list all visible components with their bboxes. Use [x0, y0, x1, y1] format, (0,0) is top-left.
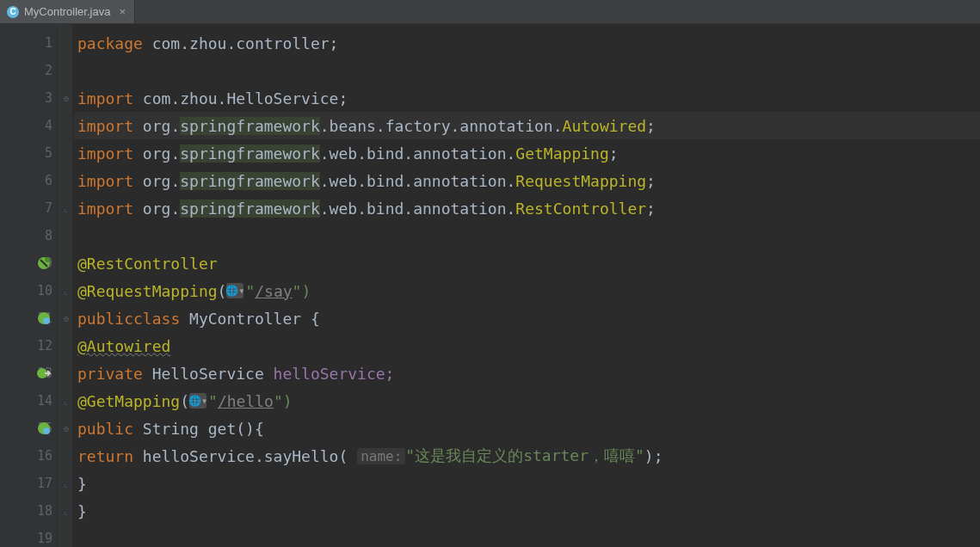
line-number: 1: [0, 29, 59, 57]
line-number: 17: [0, 470, 59, 497]
tab-filename: MyController.java: [24, 5, 110, 18]
fold-end-icon: ⌞: [60, 497, 72, 525]
code-area[interactable]: package com.zhou.controller; import com.…: [72, 24, 980, 547]
code-line[interactable]: @GetMapping(🌐▾"/hello"): [74, 387, 980, 415]
code-line[interactable]: import org.springframework.web.bind.anno…: [74, 194, 980, 222]
line-number: 14: [0, 387, 59, 415]
code-line[interactable]: @Autowired: [74, 332, 980, 360]
code-line[interactable]: [74, 57, 980, 84]
svg-point-6: [43, 427, 50, 434]
line-number: 16: [0, 442, 59, 470]
fold-end-icon: ⌞: [60, 470, 72, 497]
close-icon[interactable]: ×: [119, 5, 126, 18]
svg-point-3: [43, 317, 50, 324]
line-number: 15: [0, 415, 59, 442]
code-line[interactable]: [74, 222, 980, 249]
line-number: 7: [0, 194, 59, 222]
code-line[interactable]: import org.springframework.web.bind.anno…: [74, 139, 980, 167]
line-number: 19: [0, 525, 59, 547]
line-number: 6: [0, 167, 59, 194]
globe-icon[interactable]: 🌐▾: [189, 393, 206, 409]
line-number: 11: [0, 304, 59, 332]
code-line[interactable]: }: [74, 470, 980, 497]
code-line[interactable]: import com.zhou.HelloService;: [74, 84, 980, 112]
code-line[interactable]: @RequestMapping(🌐▾"/say"): [74, 277, 980, 304]
line-number: 9: [0, 249, 59, 277]
navigate-icon[interactable]: [36, 366, 52, 381]
parameter-hint: name:: [357, 448, 405, 464]
line-number: 8: [0, 222, 59, 249]
line-number: 3: [0, 84, 59, 112]
fold-toggle-icon[interactable]: ⊖: [60, 415, 72, 442]
spring-component-icon: [36, 255, 52, 271]
code-line[interactable]: private HelloService helloService;: [74, 360, 980, 387]
fold-end-icon: ⌞: [60, 194, 72, 222]
fold-end-icon: ⌞: [60, 387, 72, 415]
code-line-current[interactable]: import org.springframework.beans.factory…: [74, 112, 980, 139]
fold-toggle-icon[interactable]: ⊖: [60, 304, 72, 332]
line-number-gutter: 1 2 3 4 5 6 7 8 9 10 11 12 13 14 15 16 1…: [0, 24, 60, 547]
code-line[interactable]: }: [74, 497, 980, 525]
file-tab[interactable]: C MyController.java ×: [0, 0, 135, 23]
fold-toggle-icon[interactable]: ⊖: [60, 84, 72, 112]
line-number: 13: [0, 360, 59, 387]
spring-bean-icon: [36, 310, 52, 326]
code-line[interactable]: import org.springframework.web.bind.anno…: [74, 167, 980, 194]
fold-gutter: ⊖ ⌞ ⌞ ⊖ ⌞ ⊖ ⌞ ⌞: [60, 24, 72, 547]
globe-icon[interactable]: 🌐▾: [226, 283, 243, 298]
line-number: 2: [0, 57, 59, 84]
code-line[interactable]: @RestController: [74, 249, 980, 277]
editor: 1 2 3 4 5 6 7 8 9 10 11 12 13 14 15 16 1…: [0, 24, 980, 547]
line-number: 4: [0, 112, 59, 139]
line-number: 18: [0, 497, 59, 525]
code-line[interactable]: return helloService.sayHello( name: "这是我…: [74, 442, 980, 470]
code-line[interactable]: [74, 525, 980, 547]
fold-end-icon: ⌞: [60, 277, 72, 304]
svg-point-1: [45, 257, 50, 262]
code-line[interactable]: public class MyController {: [74, 304, 980, 332]
code-line[interactable]: public String get(){: [74, 415, 980, 442]
class-icon: C: [7, 6, 19, 18]
line-number: 12: [0, 332, 59, 360]
line-number: 10: [0, 277, 59, 304]
spring-bean-icon: [36, 421, 52, 436]
line-number: 5: [0, 139, 59, 167]
code-line[interactable]: package com.zhou.controller;: [74, 29, 980, 57]
tab-bar: C MyController.java ×: [0, 0, 980, 24]
